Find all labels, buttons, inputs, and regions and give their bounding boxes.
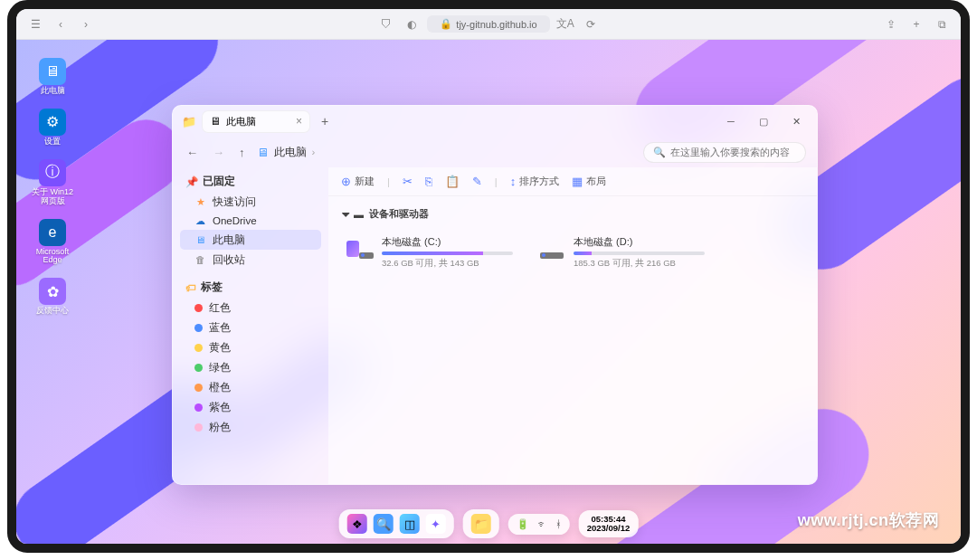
folder-app-icon: 📁: [182, 115, 196, 128]
sidebar-item[interactable]: ☁ OneDrive: [180, 212, 321, 230]
clock[interactable]: 05:35:44 2023/09/12: [579, 510, 639, 538]
app-icon: ⓘ: [39, 159, 66, 186]
layout-button[interactable]: ▦ 布局: [572, 175, 606, 188]
sidebar-tag[interactable]: 橙色: [180, 377, 321, 397]
search-button[interactable]: 🔍: [374, 514, 394, 534]
tag-icon: 🏷: [185, 282, 196, 293]
close-button[interactable]: ✕: [781, 109, 811, 133]
drive-usage-bar: [382, 252, 513, 255]
sidebar-tag[interactable]: 绿色: [180, 357, 321, 377]
maximize-button[interactable]: ▢: [748, 109, 779, 133]
minimize-button[interactable]: ─: [716, 109, 746, 133]
tag-label: 绿色: [209, 361, 231, 375]
new-tab-button[interactable]: +: [316, 114, 334, 128]
cut-icon[interactable]: ✂: [403, 175, 413, 188]
sidebar-tag[interactable]: 粉色: [180, 417, 321, 437]
sidebar-item[interactable]: ★ 快速访问: [180, 192, 321, 212]
date-text: 2023/09/12: [587, 524, 631, 533]
newtab-icon[interactable]: +: [906, 14, 926, 34]
url-bar[interactable]: 🔒 tjy-gitnub.github.io: [427, 15, 549, 33]
nav-up-icon[interactable]: ↑: [236, 144, 248, 161]
desktop[interactable]: 🖥 此电脑 ⚙ 设置 ⓘ 关于 Win12 网页版 e Microsoft Ed…: [16, 40, 961, 544]
desktop-icon[interactable]: ⓘ 关于 Win12 网页版: [29, 159, 76, 206]
lock-icon: 🔒: [440, 18, 452, 30]
theme-icon[interactable]: ◐: [402, 14, 422, 34]
item-label: 此电脑: [213, 233, 245, 247]
url-text: tjy-gitnub.github.io: [456, 19, 536, 30]
tag-label: 粉色: [209, 421, 231, 434]
monitor-icon: 🖥: [257, 146, 269, 159]
item-icon: ☁: [194, 215, 206, 227]
wifi-icon: ᯤ: [537, 518, 547, 529]
system-tray[interactable]: 🔋 ᯤ ᚼ: [508, 514, 570, 535]
icon-label: 关于 Win12 网页版: [29, 188, 76, 206]
new-button[interactable]: ⊕ 新建: [341, 175, 375, 188]
drive-icon: [346, 235, 374, 259]
paste-icon[interactable]: 📋: [445, 175, 460, 188]
share-icon[interactable]: ⇪: [881, 14, 901, 34]
desktop-icon[interactable]: 🖥 此电脑: [29, 58, 76, 96]
section-header-devices[interactable]: ⏷ ▬ 设备和驱动器: [341, 207, 804, 221]
browser-toolbar: ☰ ‹ › ⛉ ◐ 🔒 tjy-gitnub.github.io 文A ⟳ ⇪ …: [16, 9, 961, 40]
pin-icon: 📌: [185, 176, 198, 188]
plus-circle-icon: ⊕: [341, 175, 351, 188]
titlebar[interactable]: 📁 🖥 此电脑 × + ─ ▢ ✕: [173, 106, 817, 137]
icon-label: 此电脑: [41, 87, 65, 96]
content-toolbar: ⊕ 新建 | ✂ ⎘ 📋 ✎ | ↕ 排序方式: [328, 167, 817, 196]
monitor-frame: ☰ ‹ › ⛉ ◐ 🔒 tjy-gitnub.github.io 文A ⟳ ⇪ …: [7, 0, 970, 553]
app-icon: ✿: [39, 278, 66, 305]
app-icon: 🖥: [39, 58, 66, 85]
item-label: 快速访问: [213, 195, 256, 209]
drive-name: 本地磁盘 (D:): [574, 235, 705, 249]
drive-subtext: 32.6 GB 可用, 共 143 GB: [382, 258, 513, 270]
rename-icon[interactable]: ✎: [472, 175, 482, 188]
sidebar-item[interactable]: 🖥 此电脑: [180, 230, 321, 250]
color-dot-icon: [194, 304, 203, 312]
watermark: www.rjtj.cn软荐网: [798, 509, 939, 531]
widgets-button[interactable]: ◫: [400, 514, 420, 534]
forward-icon[interactable]: ›: [76, 14, 96, 34]
search-box[interactable]: 🔍: [643, 142, 806, 163]
search-input[interactable]: [670, 147, 796, 157]
sidebar-tag[interactable]: 紫色: [180, 397, 321, 417]
reload-icon[interactable]: ⟳: [581, 14, 601, 34]
nav-bar: ← → ↑ 🖥 此电脑 › 🔍: [173, 137, 817, 167]
taskbar-apps: 📁: [463, 509, 499, 538]
tabs-icon[interactable]: ⧉: [932, 14, 952, 34]
sidebar-tag[interactable]: 红色: [180, 298, 321, 318]
back-icon[interactable]: ‹: [51, 14, 71, 34]
sidebar-toggle-icon[interactable]: ☰: [25, 14, 45, 34]
drive-item[interactable]: 本地磁盘 (D:) 185.3 GB 可用, 共 216 GB: [533, 230, 710, 275]
drive-name: 本地磁盘 (C:): [382, 235, 513, 249]
app-icon: ⚙: [39, 109, 66, 136]
breadcrumb[interactable]: 🖥 此电脑 ›: [257, 146, 316, 159]
sidebar-tag[interactable]: 蓝色: [180, 318, 321, 337]
tab-close-icon[interactable]: ×: [296, 115, 302, 128]
breadcrumb-label: 此电脑: [274, 146, 307, 159]
tag-label: 红色: [209, 301, 231, 315]
sidebar-header-pinned[interactable]: 📌 已固定: [180, 171, 321, 192]
explorer-task-icon[interactable]: 📁: [471, 514, 491, 534]
desktop-icon[interactable]: ✿ 反馈中心: [29, 278, 76, 316]
chevron-right-icon: ›: [312, 147, 316, 157]
nav-forward-icon[interactable]: →: [210, 144, 227, 161]
desktop-icon[interactable]: ⚙ 设置: [29, 109, 76, 147]
tab-this-pc[interactable]: 🖥 此电脑 ×: [202, 110, 310, 133]
item-label: 回收站: [213, 253, 245, 267]
translate-icon[interactable]: 文A: [555, 14, 575, 34]
copy-icon[interactable]: ⎘: [425, 175, 432, 188]
sidebar-header-tags[interactable]: 🏷 标签: [180, 277, 321, 298]
grid-icon: ▦: [572, 175, 583, 188]
desktop-icon[interactable]: e Microsoft Edge: [29, 219, 76, 266]
start-button[interactable]: ❖: [347, 514, 367, 534]
sidebar-item[interactable]: 🗑 回收站: [180, 250, 321, 270]
sidebar-tag[interactable]: 黄色: [180, 337, 321, 357]
nav-back-icon[interactable]: ←: [184, 144, 201, 161]
item-icon: ★: [194, 196, 206, 208]
sort-button[interactable]: ↕ 排序方式: [510, 175, 560, 188]
shield-icon[interactable]: ⛉: [376, 14, 396, 34]
drive-item[interactable]: 本地磁盘 (C:) 32.6 GB 可用, 共 143 GB: [341, 230, 518, 275]
color-dot-icon: [194, 344, 203, 352]
item-icon: 🗑: [194, 254, 206, 265]
copilot-button[interactable]: ✦: [426, 514, 446, 534]
